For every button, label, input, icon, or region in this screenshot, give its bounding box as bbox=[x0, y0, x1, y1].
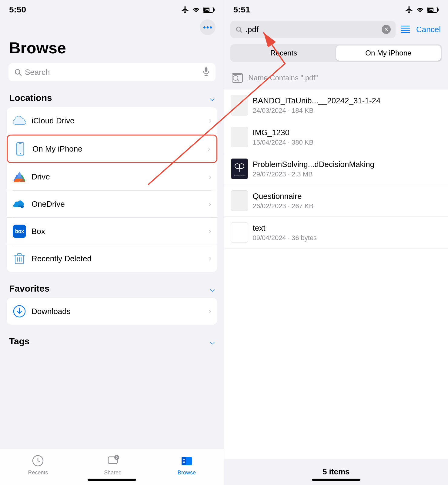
tab-browse-label: Browse bbox=[178, 470, 196, 476]
top-right-area bbox=[0, 17, 224, 38]
list-view-button[interactable] bbox=[399, 24, 411, 35]
locations-chevron[interactable]: ⌵ bbox=[210, 93, 215, 103]
battery-icon-right: 29 bbox=[427, 6, 439, 13]
name-contains-row[interactable]: Name Contains ".pdf" bbox=[224, 67, 448, 89]
scope-iphone-button[interactable]: On My iPhone bbox=[336, 45, 441, 61]
drive-chevron: › bbox=[209, 172, 211, 181]
meta-problemsolving: 29/07/2023 · 2.3 MB bbox=[253, 170, 442, 178]
mic-icon[interactable] bbox=[202, 67, 210, 77]
thumb-questionnaire bbox=[231, 190, 248, 211]
list-item-box[interactable]: box Box › bbox=[7, 218, 217, 245]
deleted-chevron: › bbox=[209, 254, 211, 263]
home-indicator-left bbox=[88, 479, 136, 481]
tags-section: Tags ⌵ bbox=[0, 333, 224, 351]
svg-line-48 bbox=[240, 31, 242, 33]
thumb-bando bbox=[231, 95, 248, 115]
svg-line-34 bbox=[38, 461, 40, 462]
wifi-icon bbox=[192, 6, 200, 13]
list-item-drive[interactable]: Drive › bbox=[7, 163, 217, 190]
browse-icon bbox=[180, 454, 194, 468]
wifi-icon-right bbox=[416, 6, 424, 13]
favorites-chevron[interactable]: ⌵ bbox=[210, 284, 215, 294]
list-item-deleted[interactable]: Recently Deleted › bbox=[7, 245, 217, 272]
info-text: text 09/04/2024 · 36 bytes bbox=[253, 223, 442, 242]
cancel-button[interactable]: Cancel bbox=[415, 25, 442, 34]
ellipsis-button[interactable] bbox=[200, 19, 216, 35]
tab-browse[interactable]: Browse bbox=[178, 454, 196, 476]
name-questionnaire: Questionnaire bbox=[253, 192, 442, 201]
favorites-section: Favorites ⌵ Downloads › bbox=[0, 280, 224, 325]
svg-rect-41 bbox=[183, 461, 185, 462]
info-img1230: IMG_1230 15/04/2024 · 380 KB bbox=[253, 128, 442, 146]
favorites-header: Favorites ⌵ bbox=[0, 280, 224, 298]
airplane-icon bbox=[181, 5, 189, 14]
iphone-chevron: › bbox=[208, 145, 210, 153]
scope-recents-button[interactable]: Recents bbox=[232, 45, 336, 61]
result-item-problemsolving[interactable]: Problem Solving ProblemSolving...dDecisi… bbox=[224, 153, 448, 185]
tab-recents-label: Recents bbox=[28, 470, 48, 476]
name-bando: BANDO_ITaUnib...__20242_31-1-24 bbox=[253, 96, 442, 105]
svg-rect-15 bbox=[19, 143, 22, 144]
icloud-icon bbox=[13, 114, 26, 127]
info-problemsolving: ProblemSolving...dDecisionMaking 29/07/2… bbox=[253, 160, 442, 178]
tab-shared[interactable]: 0 Shared bbox=[104, 454, 122, 476]
favorites-title: Favorites bbox=[9, 283, 49, 294]
onedrive-chevron: › bbox=[209, 200, 211, 208]
result-item-text[interactable]: text 09/04/2024 · 36 bytes bbox=[224, 217, 448, 249]
items-count: 5 items bbox=[224, 459, 448, 485]
right-panel: 5:51 29 .pdf ✕ bbox=[224, 0, 448, 485]
meta-questionnaire: 26/02/2023 · 267 KB bbox=[253, 202, 442, 210]
tab-shared-label: Shared bbox=[104, 470, 122, 476]
svg-line-8 bbox=[19, 74, 21, 75]
svg-point-4 bbox=[203, 26, 206, 28]
recents-icon bbox=[31, 454, 45, 468]
svg-rect-13 bbox=[18, 144, 23, 152]
iphone-icon bbox=[14, 142, 27, 156]
name-contains-text: Name Contains ".pdf" bbox=[249, 74, 318, 82]
locations-header: Locations ⌵ bbox=[0, 90, 224, 107]
svg-point-5 bbox=[206, 26, 209, 28]
svg-text:29: 29 bbox=[429, 8, 433, 12]
result-item-bando[interactable]: BANDO_ITaUnib...__20242_31-1-24 24/03/20… bbox=[224, 89, 448, 121]
svg-line-55 bbox=[237, 80, 239, 82]
page-title: Browse bbox=[0, 38, 224, 63]
meta-text: 09/04/2024 · 36 bytes bbox=[253, 234, 442, 242]
tags-title: Tags bbox=[9, 336, 30, 346]
list-item-downloads[interactable]: Downloads › bbox=[7, 298, 217, 325]
scope-bar: Recents On My iPhone bbox=[230, 44, 442, 62]
info-bando: BANDO_ITaUnib...__20242_31-1-24 24/03/20… bbox=[253, 96, 442, 115]
svg-rect-26 bbox=[18, 253, 21, 255]
svg-rect-42 bbox=[183, 462, 185, 463]
name-problemsolving: ProblemSolving...dDecisionMaking bbox=[253, 160, 442, 169]
meta-bando: 24/03/2024 · 184 KB bbox=[253, 107, 442, 115]
status-icons-right: 29 bbox=[405, 5, 439, 14]
result-item-questionnaire[interactable]: Questionnaire 26/02/2023 · 267 KB bbox=[224, 185, 448, 217]
result-item-img1230[interactable]: IMG_1230 15/04/2024 · 380 KB bbox=[224, 121, 448, 153]
favorites-list: Downloads › bbox=[7, 298, 217, 325]
search-query: .pdf bbox=[246, 25, 379, 34]
time-right: 5:51 bbox=[233, 5, 250, 15]
tags-chevron[interactable]: ⌵ bbox=[210, 336, 215, 346]
svg-point-6 bbox=[210, 26, 212, 28]
name-text: text bbox=[253, 223, 442, 233]
svg-rect-9 bbox=[205, 67, 207, 72]
list-item-onedrive[interactable]: OneDrive › bbox=[7, 191, 217, 218]
search-placeholder: Search bbox=[25, 68, 50, 77]
search-icon-right bbox=[235, 26, 242, 33]
icloud-label: iCloud Drive bbox=[32, 116, 209, 125]
thumb-text bbox=[231, 222, 248, 243]
iphone-label: On My iPhone bbox=[32, 144, 208, 154]
svg-rect-40 bbox=[183, 459, 185, 460]
tab-recents[interactable]: Recents bbox=[28, 454, 48, 476]
svg-point-14 bbox=[20, 153, 21, 154]
locations-list: iCloud Drive › On My iPhone › bbox=[7, 107, 217, 272]
clear-search-button[interactable]: ✕ bbox=[382, 25, 391, 34]
search-input[interactable]: .pdf ✕ bbox=[230, 21, 396, 38]
list-item-iphone[interactable]: On My iPhone › bbox=[7, 135, 217, 163]
search-bar[interactable]: Search bbox=[8, 63, 216, 81]
battery-icon: 29 bbox=[203, 6, 215, 13]
box-chevron: › bbox=[209, 227, 211, 236]
list-item-icloud[interactable]: iCloud Drive › bbox=[7, 107, 217, 134]
svg-rect-1 bbox=[213, 8, 215, 11]
downloads-chevron: › bbox=[209, 307, 211, 316]
